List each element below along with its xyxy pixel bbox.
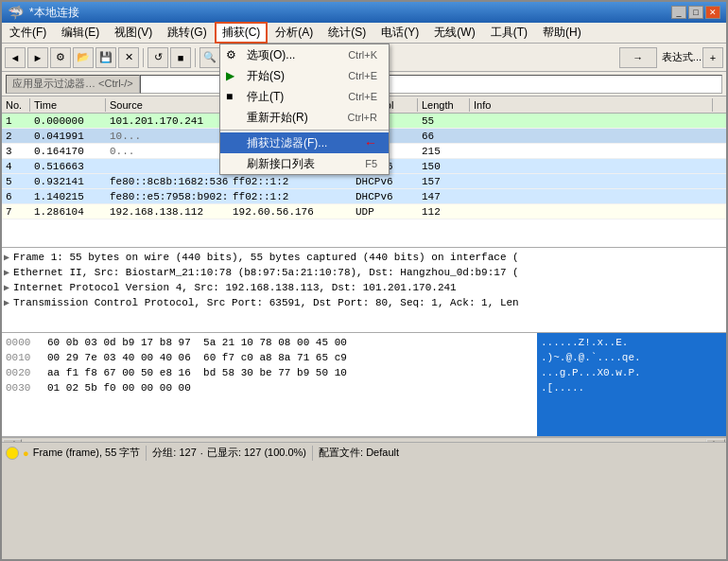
hex-row: 0000 60 0b 03 0d b9 17 b8 97 5a 21 10 78… xyxy=(6,335,533,350)
h-scrollbar3[interactable]: ◄ ► xyxy=(2,437,726,442)
menu-jump[interactable]: 跳转(G) xyxy=(160,23,214,43)
menu-file[interactable]: 文件(F) xyxy=(2,23,54,43)
col-header-time: Time xyxy=(30,98,106,112)
detail-row[interactable]: ▶ Internet Protocol Version 4, Src: 192.… xyxy=(4,280,724,295)
toolbar-plus[interactable]: + xyxy=(702,47,723,68)
status-dot: · xyxy=(200,447,203,459)
menu-divider xyxy=(220,130,389,131)
filter-label: 应用显示过滤器… <Ctrl-/> xyxy=(6,75,140,94)
detail-row[interactable]: ▶ Transmission Control Protocol, Src Por… xyxy=(4,295,724,310)
toolbar-stop[interactable]: ■ xyxy=(170,47,191,68)
toolbar-open[interactable]: 📂 xyxy=(73,47,94,68)
group-label: 分组: 127 xyxy=(152,446,196,460)
menu-capture[interactable]: 捕获(C) xyxy=(215,22,269,44)
col-header-no: No. xyxy=(2,98,30,112)
packet-icon: ● xyxy=(23,447,29,459)
expand-icon: ▶ xyxy=(4,252,9,263)
menu-help[interactable]: 帮助(H) xyxy=(535,23,589,43)
red-arrow-icon: ← xyxy=(364,135,377,150)
menu-view[interactable]: 视图(V) xyxy=(107,23,160,43)
toolbar-arrow[interactable]: → xyxy=(619,47,657,68)
ascii-row: .[..... xyxy=(541,380,722,395)
capture-menu-restart[interactable]: 重新开始(R) Ctrl+R xyxy=(220,107,389,128)
ascii-row: ......Z!.x..E. xyxy=(541,335,722,350)
frame-info: Frame (frame), 55 字节 xyxy=(33,446,141,460)
toolbar-reload[interactable]: ↺ xyxy=(147,47,168,68)
expand-icon: ▶ xyxy=(4,297,9,308)
toolbar-close[interactable]: ✕ xyxy=(118,47,139,68)
col-header-src: Source xyxy=(106,98,229,112)
close-button[interactable]: ✕ xyxy=(705,6,720,19)
menu-wireless[interactable]: 无线(W) xyxy=(426,23,482,43)
status-sep2 xyxy=(312,446,313,461)
capture-menu-start[interactable]: ▶ 开始(S) Ctrl+E xyxy=(220,65,389,86)
table-row[interactable]: 5 0.932141 fe80::8c8b:1682:536... ff02::… xyxy=(2,174,726,189)
config-label: 配置文件: Default xyxy=(319,446,399,460)
status-icon xyxy=(6,447,19,460)
toolbar-back[interactable]: ◄ xyxy=(5,47,26,68)
table-row[interactable]: 6 1.140215 fe80::e5:7958:b902:... ff02::… xyxy=(2,189,726,204)
toolbar-expr[interactable]: 表达式... xyxy=(662,50,702,64)
capture-dropdown-menu: ⚙ 选项(O)... Ctrl+K ▶ 开始(S) Ctrl+E ■ 停止(T)… xyxy=(219,44,390,175)
packet-detail: ▶ Frame 1: 55 bytes on wire (440 bits), … xyxy=(2,248,726,333)
col-header-len: Length xyxy=(418,98,470,112)
status-bar: ● Frame (frame), 55 字节 分组: 127 · 已显示: 12… xyxy=(2,442,726,463)
title-bar-title: *本地连接 xyxy=(29,5,79,21)
status-sep1 xyxy=(146,446,147,461)
toolbar-search[interactable]: 🔍 xyxy=(199,47,220,68)
options-icon: ⚙ xyxy=(226,48,236,61)
hex-row: 0030 01 02 5b f0 00 00 00 00 xyxy=(6,380,533,395)
packet-detail-wrapper: ▶ Frame 1: 55 bytes on wire (440 bits), … xyxy=(2,248,726,333)
maximize-button[interactable]: □ xyxy=(688,6,703,19)
menu-bar: 文件(F) 编辑(E) 视图(V) 跳转(G) 捕获(C) 分析(A) 统计(S… xyxy=(2,23,726,44)
capture-menu-stop[interactable]: ■ 停止(T) Ctrl+E xyxy=(220,86,389,107)
hex-ascii: ......Z!.x..E. .)~.@.@.`....qe. ...g.P..… xyxy=(537,333,726,436)
hex-dump-wrapper: 0000 60 0b 03 0d b9 17 b8 97 5a 21 10 78… xyxy=(2,333,726,442)
expand-icon: ▶ xyxy=(4,282,9,293)
toolbar-save[interactable]: 💾 xyxy=(95,47,116,68)
expand-icon: ▶ xyxy=(4,267,9,278)
capture-menu-filter[interactable]: 捕获过滤器(F)... ← xyxy=(220,132,389,153)
stop-icon: ■ xyxy=(226,90,233,103)
displayed-label: 已显示: 127 (100.0%) xyxy=(207,446,306,460)
hex-dump: 0000 60 0b 03 0d b9 17 b8 97 5a 21 10 78… xyxy=(2,333,726,437)
table-row[interactable]: 7 1.286104 192.168.138.112 192.60.56.176… xyxy=(2,204,726,219)
ascii-row: ...g.P...X0.w.P. xyxy=(541,365,722,380)
col-header-info: Info xyxy=(470,98,713,112)
start-icon: ▶ xyxy=(226,69,234,82)
detail-row[interactable]: ▶ Ethernet II, Src: BiostarM_21:10:78 (b… xyxy=(4,265,724,280)
menu-phone[interactable]: 电话(Y) xyxy=(373,23,426,43)
toolbar-sep1 xyxy=(143,48,144,67)
title-bar-icon: 🦈 xyxy=(8,5,24,20)
toolbar-forward[interactable]: ► xyxy=(27,47,48,68)
menu-stats[interactable]: 统计(S) xyxy=(321,23,373,43)
minimize-button[interactable]: _ xyxy=(671,6,686,19)
menu-analyze[interactable]: 分析(A) xyxy=(268,23,321,43)
capture-menu-refresh[interactable]: 刷新接口列表 F5 xyxy=(220,153,389,174)
toolbar-settings[interactable]: ⚙ xyxy=(50,47,71,68)
ascii-row: .)~.@.@.`....qe. xyxy=(541,350,722,365)
menu-tools[interactable]: 工具(T) xyxy=(483,23,535,43)
hex-row: 0020 aa f1 f8 67 00 50 e8 16 bd 58 30 be… xyxy=(6,365,533,380)
hex-row: 0010 00 29 7e 03 40 00 40 06 60 f7 c0 a8… xyxy=(6,350,533,365)
hex-left: 0000 60 0b 03 0d b9 17 b8 97 5a 21 10 78… xyxy=(2,333,537,436)
toolbar-sep2 xyxy=(195,48,196,67)
detail-row[interactable]: ▶ Frame 1: 55 bytes on wire (440 bits), … xyxy=(4,250,724,265)
menu-edit[interactable]: 编辑(E) xyxy=(54,23,107,43)
capture-menu-options[interactable]: ⚙ 选项(O)... Ctrl+K xyxy=(220,44,389,65)
